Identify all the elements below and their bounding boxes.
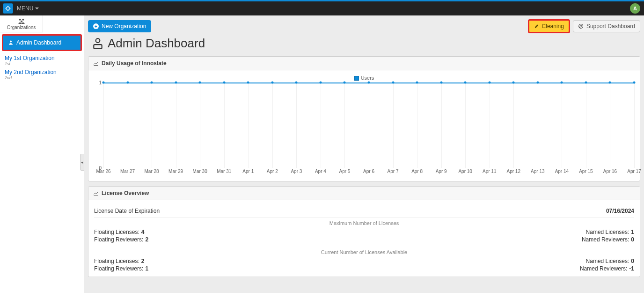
admin-user-icon — [8, 40, 14, 45]
sidebar-collapse-handle[interactable]: ◂ — [80, 154, 84, 171]
max-named-licenses-value: 1 — [631, 229, 634, 235]
max-licenses-note: Maximum Number of Licenses — [94, 218, 634, 229]
data-point — [633, 82, 636, 84]
daily-usage-title: Daily Usage of Innoslate — [102, 60, 167, 67]
x-tick-label: Apr 8 — [411, 169, 423, 174]
sidebar-item-admin-dashboard[interactable]: Admin Dashboard — [2, 34, 82, 51]
admin-dashboard-icon — [92, 38, 104, 50]
data-point — [126, 82, 129, 84]
x-tick-label: Mar 27 — [120, 169, 135, 174]
data-point — [175, 82, 177, 84]
x-tick-label: Apr 1 — [242, 169, 254, 174]
avail-named-reviewers-label: Named Reviewers: — [580, 265, 627, 272]
max-floating-licenses-value: 4 — [141, 229, 145, 235]
data-point — [585, 82, 587, 84]
x-tick-label: Apr 5 — [339, 169, 351, 174]
organizations-icon — [0, 18, 43, 25]
avail-named-reviewers-value: -1 — [629, 265, 634, 272]
data-point — [295, 82, 298, 84]
new-organization-button[interactable]: + New Organization — [88, 20, 151, 32]
svg-rect-13 — [94, 45, 102, 49]
license-expiration-value: 07/16/2024 — [606, 208, 634, 214]
x-tick-label: Mar 30 — [193, 169, 207, 174]
data-point — [199, 82, 201, 84]
sidebar-org-item[interactable]: My 1st Organization1st — [0, 53, 84, 67]
chart-plot-area — [103, 83, 634, 168]
main-content: + New Organization Cleaning Support Dash… — [84, 15, 644, 293]
x-tick-label: Mar 31 — [217, 169, 231, 174]
avail-floating-licenses-label: Floating Licenses: — [94, 258, 139, 264]
avail-named-licenses-label: Named Licenses: — [586, 258, 629, 264]
menu-dropdown[interactable]: MENU — [17, 5, 39, 12]
app-logo[interactable] — [3, 3, 13, 14]
data-point — [247, 82, 249, 84]
data-point — [440, 82, 442, 84]
x-tick-label: Apr 14 — [555, 169, 569, 174]
data-point — [319, 82, 322, 84]
x-tick-label: Mar 28 — [145, 169, 159, 174]
x-tick-label: Apr 12 — [507, 169, 520, 174]
data-point — [609, 82, 611, 84]
support-dashboard-button[interactable]: Support Dashboard — [573, 20, 640, 32]
max-floating-reviewers-label: Floating Reviewers: — [94, 236, 143, 243]
svg-point-7 — [580, 25, 582, 27]
toolbar: + New Organization Cleaning Support Dash… — [88, 19, 640, 33]
svg-point-5 — [10, 41, 12, 43]
avail-named-licenses-value: 0 — [631, 258, 634, 264]
sidebar-admin-label: Admin Dashboard — [16, 39, 61, 46]
legend-swatch-users — [354, 76, 359, 81]
x-tick-label: Apr 15 — [579, 169, 593, 174]
x-tick-label: Apr 17 — [627, 169, 641, 174]
x-tick-label: Apr 3 — [291, 169, 302, 174]
y-tick-label: 1 — [99, 80, 102, 85]
cleaning-button[interactable]: Cleaning — [528, 19, 570, 33]
data-point — [536, 82, 539, 84]
data-point — [271, 82, 273, 84]
data-point — [561, 82, 563, 84]
daily-usage-panel: Daily Usage of Innoslate Users 01 Mar 26… — [88, 56, 640, 181]
data-point — [416, 82, 418, 84]
tab-organizations[interactable]: Organizations — [0, 15, 43, 32]
avail-floating-reviewers-label: Floating Reviewers: — [94, 265, 143, 272]
x-tick-label: Mar 29 — [168, 169, 183, 174]
caret-down-icon — [35, 8, 39, 9]
svg-point-2 — [19, 19, 21, 21]
license-expiration-label: License Date of Expiration — [94, 208, 160, 214]
navbar: MENU A — [0, 1, 644, 15]
org-subtitle: 1st — [5, 61, 79, 66]
x-tick-label: Apr 11 — [483, 169, 496, 174]
data-point — [392, 82, 394, 84]
data-point — [368, 82, 370, 84]
data-point — [488, 82, 490, 84]
line-chart-icon — [93, 190, 99, 196]
life-ring-icon — [578, 23, 584, 29]
data-point — [344, 82, 346, 84]
sidebar-org-item[interactable]: My 2nd Organization2nd — [0, 67, 84, 81]
legend-users-label: Users — [361, 75, 374, 81]
chart-x-axis: Mar 26Mar 27Mar 28Mar 29Mar 30Mar 31Apr … — [103, 169, 634, 176]
x-tick-label: Apr 10 — [458, 169, 472, 174]
avatar-initial: A — [633, 6, 637, 11]
data-point — [102, 82, 105, 84]
user-avatar[interactable]: A — [630, 3, 640, 14]
x-tick-label: Apr 4 — [315, 169, 326, 174]
chart-y-axis: 01 — [94, 83, 103, 168]
cleaning-label: Cleaning — [542, 23, 564, 30]
data-point — [223, 82, 225, 84]
avail-licenses-note: Current Number of Licenses Available — [94, 247, 634, 258]
max-named-reviewers-label: Named Reviewers: — [582, 236, 629, 243]
daily-usage-chart: 01 Mar 26Mar 27Mar 28Mar 29Mar 30Mar 31A… — [94, 83, 634, 176]
svg-point-4 — [21, 21, 22, 23]
data-point — [512, 82, 515, 84]
line-chart-icon — [93, 60, 99, 66]
data-point — [464, 82, 467, 84]
avail-floating-licenses-value: 2 — [141, 258, 145, 264]
plus-circle-icon: + — [93, 23, 99, 29]
org-name: My 2nd Organization — [5, 69, 79, 75]
x-tick-label: Mar 26 — [96, 169, 110, 174]
x-tick-label: Apr 16 — [603, 169, 617, 174]
x-tick-label: Apr 9 — [436, 169, 447, 174]
sidebar: Organizations Admin Dashboard My 1st Org… — [0, 15, 84, 293]
org-name: My 1st Organization — [5, 55, 79, 61]
max-named-reviewers-value: 0 — [631, 236, 634, 243]
